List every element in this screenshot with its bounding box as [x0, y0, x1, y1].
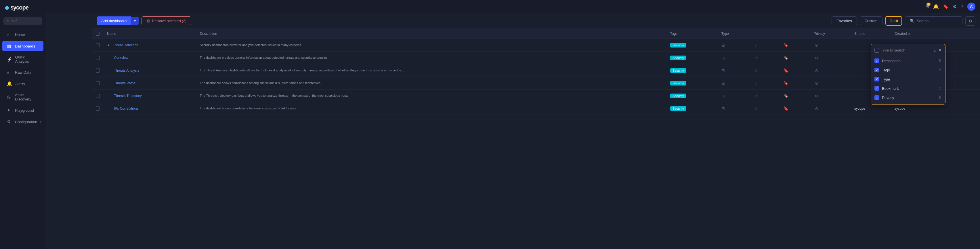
favorites-button[interactable]: Favorites	[832, 16, 857, 26]
sidebar-item-label: Asset Discovery	[15, 93, 39, 101]
column-checkbox-privacy[interactable]: ✓	[875, 95, 879, 100]
more-actions-button[interactable]: ⋮	[950, 80, 958, 86]
column-item-type[interactable]: ✓ Type ⠿	[871, 75, 945, 84]
privacy-icon[interactable]: ⊙	[814, 105, 819, 112]
row-star[interactable]: ☆	[750, 77, 779, 89]
column-item-privacy[interactable]: ✓ Privacy ⠿	[871, 93, 945, 102]
column-item-bookmark[interactable]: ✓ Bookmark ⠿	[871, 84, 945, 93]
header-privacy: Privacy	[810, 29, 851, 39]
row-checkbox[interactable]	[92, 89, 103, 102]
sidebar-item-home[interactable]: ⌂ Home	[2, 30, 43, 40]
row-checkbox[interactable]	[92, 51, 103, 64]
custom-button[interactable]: Custom	[860, 16, 883, 26]
bookmark-button[interactable]: 🔖	[783, 80, 789, 86]
row-name-link[interactable]: IPs Correlations	[114, 107, 138, 110]
sidebar-item-dashboards[interactable]: ▦ Dashboards	[2, 41, 43, 51]
row-checkbox[interactable]	[92, 77, 103, 89]
settings-icon[interactable]: ⚙	[953, 4, 957, 9]
row-bookmark[interactable]: 🔖	[779, 102, 810, 115]
privacy-icon[interactable]: ⊙	[814, 80, 819, 86]
add-dashboard-dropdown-button[interactable]: ▾	[131, 17, 138, 26]
privacy-icon[interactable]: ⊙	[814, 42, 819, 48]
logo[interactable]: ◆ sycope	[0, 0, 46, 15]
privacy-icon[interactable]: ⊙	[814, 68, 819, 73]
more-actions-button[interactable]: ⋮	[950, 42, 958, 48]
close-dropdown-button[interactable]: ✕	[938, 48, 942, 53]
remove-selected-button[interactable]: 🗑 Remove selected (2)	[142, 16, 191, 26]
row-name-link[interactable]: Overview	[114, 56, 128, 60]
privacy-icon[interactable]: ⊙	[814, 93, 819, 99]
row-name-link[interactable]: Threats Trajectory	[114, 94, 142, 98]
drag-handle-icon[interactable]: ⠿	[939, 77, 942, 81]
row-star[interactable]: ☆	[750, 64, 779, 77]
more-actions-button[interactable]: ⋮	[950, 93, 958, 99]
bookmark-button[interactable]: 🔖	[783, 68, 789, 73]
row-name-link[interactable]: Threats Analysis	[114, 69, 139, 73]
column-checkbox-description[interactable]: ✓	[875, 58, 879, 63]
search-button[interactable]: 🔍 Search	[905, 16, 963, 26]
drag-handle-icon[interactable]: ⠿	[939, 59, 942, 63]
column-checkbox-tags[interactable]: ✓	[875, 68, 879, 72]
row-checkbox[interactable]	[92, 39, 103, 51]
columns-icon: ⊞	[889, 19, 892, 23]
star-button[interactable]: ☆	[753, 80, 759, 86]
column-item-description[interactable]: ✓ Description ⠿	[871, 56, 945, 65]
star-button[interactable]: ☆	[753, 68, 759, 73]
row-bookmark[interactable]: 🔖	[779, 77, 810, 89]
sidebar-item-quick-analysis[interactable]: ⚡ Quick Analysis	[2, 53, 43, 66]
column-checkbox-bookmark[interactable]: ✓	[875, 86, 879, 91]
bookmark-button[interactable]: 🔖	[783, 42, 789, 48]
row-checkbox[interactable]	[92, 102, 103, 115]
sidebar-item-raw-data[interactable]: ≡ Raw Data	[2, 67, 43, 77]
star-button[interactable]: ☆	[753, 93, 759, 99]
drag-handle-icon[interactable]: ⠿	[939, 86, 942, 91]
star-button[interactable]: ☆	[753, 105, 759, 112]
row-name-link[interactable]: Threat Detection	[113, 43, 138, 47]
row-star[interactable]: ☆	[750, 89, 779, 102]
row-star[interactable]: ☆	[750, 102, 779, 115]
grid-icon: ⊞	[721, 56, 725, 60]
privacy-icon[interactable]: ⊙	[814, 55, 819, 61]
drag-handle-icon[interactable]: ⠿	[939, 96, 942, 100]
bookmark-button[interactable]: 🔖	[783, 105, 789, 112]
expand-icon[interactable]: ▼	[107, 43, 110, 47]
select-all-columns-checkbox[interactable]	[875, 48, 879, 53]
checkmark-icon: ✓	[876, 77, 878, 81]
more-actions-button[interactable]: ⋮	[950, 105, 958, 112]
header-checkbox[interactable]	[92, 29, 103, 39]
star-button[interactable]: ☆	[753, 55, 759, 61]
row-name-link[interactable]: Threats Paths	[114, 81, 135, 85]
apps-icon[interactable]: ⊞ 1	[925, 4, 929, 9]
columns-button[interactable]: ⊞ 10	[885, 16, 902, 26]
table-settings-button[interactable]: ⚙	[965, 16, 975, 26]
sidebar-item-alerts[interactable]: 🔔 Alerts	[2, 78, 43, 89]
column-checkbox-type[interactable]: ✓	[875, 77, 879, 81]
row-bookmark[interactable]: 🔖	[779, 39, 810, 51]
avatar[interactable]: A	[967, 3, 975, 11]
select-all-checkbox[interactable]	[96, 32, 100, 36]
more-actions-button[interactable]: ⋮	[950, 54, 958, 61]
help-icon[interactable]: ?	[961, 4, 963, 9]
row-checkbox[interactable]	[92, 64, 103, 77]
sidebar-item-configuration[interactable]: ⚙ Configuration ▾	[2, 117, 43, 127]
row-star[interactable]: ☆	[750, 39, 779, 51]
sidebar-item-asset-discovery[interactable]: ◎ Asset Discovery	[2, 90, 43, 104]
row-bookmark[interactable]: 🔖	[779, 64, 810, 77]
drag-handle-icon[interactable]: ⠿	[939, 68, 942, 72]
row-star[interactable]: ☆	[750, 51, 779, 64]
bell-icon[interactable]: 🔔	[933, 4, 939, 9]
sidebar-item-label: Alerts	[15, 82, 25, 86]
bookmark-button[interactable]: 🔖	[783, 93, 789, 99]
sidebar-alert[interactable]: ⚠ ⚠ 2	[3, 17, 42, 25]
add-dashboard-button[interactable]: Add dashboard	[97, 16, 131, 26]
more-actions-button[interactable]: ⋮	[950, 67, 958, 74]
bookmark-icon[interactable]: 🔖	[943, 4, 949, 9]
sidebar-item-playground[interactable]: ✦ Playground	[2, 105, 43, 115]
bookmark-button[interactable]: 🔖	[783, 55, 789, 61]
row-bookmark[interactable]: 🔖	[779, 89, 810, 102]
row-bookmark[interactable]: 🔖	[779, 51, 810, 64]
grid-icon: ⊞	[721, 106, 725, 111]
column-search-input[interactable]	[881, 48, 932, 53]
column-item-tags[interactable]: ✓ Tags ⠿	[871, 65, 945, 75]
star-button[interactable]: ☆	[753, 42, 759, 48]
